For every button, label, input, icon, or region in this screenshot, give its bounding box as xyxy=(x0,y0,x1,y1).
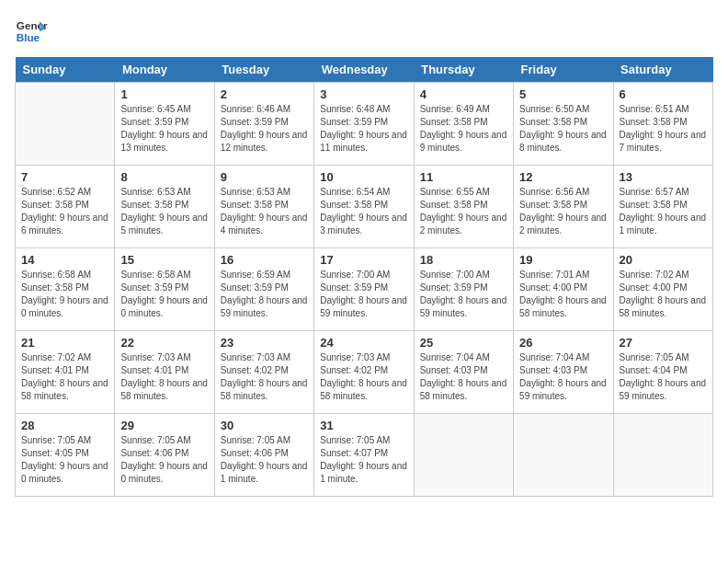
day-info: Sunrise: 7:05 AMSunset: 4:07 PMDaylight:… xyxy=(320,434,407,486)
header-friday: Friday xyxy=(514,57,613,83)
day-info: Sunrise: 7:05 AMSunset: 4:05 PMDaylight:… xyxy=(21,434,108,486)
day-info: Sunrise: 6:45 AMSunset: 3:59 PMDaylight:… xyxy=(120,103,208,155)
calendar-cell xyxy=(414,414,513,497)
calendar-cell: 1Sunrise: 6:45 AMSunset: 3:59 PMDaylight… xyxy=(115,83,214,166)
day-number: 30 xyxy=(221,419,308,432)
day-info: Sunrise: 6:51 AMSunset: 3:58 PMDaylight:… xyxy=(620,103,707,155)
day-info: Sunrise: 6:48 AMSunset: 3:59 PMDaylight:… xyxy=(320,103,407,155)
day-info: Sunrise: 6:55 AMSunset: 3:58 PMDaylight:… xyxy=(420,186,507,237)
day-number: 23 xyxy=(221,336,308,350)
day-info: Sunrise: 6:46 AMSunset: 3:59 PMDaylight:… xyxy=(221,103,308,155)
day-info: Sunrise: 6:54 AMSunset: 3:58 PMDaylight:… xyxy=(320,186,407,237)
calendar-cell: 19Sunrise: 7:01 AMSunset: 4:00 PMDayligh… xyxy=(514,248,613,331)
day-number: 21 xyxy=(21,336,108,350)
day-number: 14 xyxy=(21,253,108,267)
day-number: 1 xyxy=(120,87,208,101)
day-info: Sunrise: 7:02 AMSunset: 4:01 PMDaylight:… xyxy=(21,351,108,403)
week-row: 21Sunrise: 7:02 AMSunset: 4:01 PMDayligh… xyxy=(16,331,713,414)
day-info: Sunrise: 6:57 AMSunset: 3:58 PMDaylight:… xyxy=(620,186,707,237)
day-number: 4 xyxy=(420,87,507,101)
day-number: 8 xyxy=(120,170,208,184)
day-number: 13 xyxy=(620,170,707,184)
svg-text:Blue: Blue xyxy=(17,31,40,43)
calendar-cell: 16Sunrise: 6:59 AMSunset: 3:59 PMDayligh… xyxy=(214,248,313,331)
day-number: 19 xyxy=(519,253,607,267)
day-number: 2 xyxy=(221,87,308,101)
header-monday: Monday xyxy=(115,57,214,83)
calendar-cell: 29Sunrise: 7:05 AMSunset: 4:06 PMDayligh… xyxy=(115,414,214,497)
calendar-cell: 20Sunrise: 7:02 AMSunset: 4:00 PMDayligh… xyxy=(613,248,712,331)
day-info: Sunrise: 7:00 AMSunset: 3:59 PMDaylight:… xyxy=(320,269,407,320)
calendar-table: SundayMondayTuesdayWednesdayThursdayFrid… xyxy=(15,57,713,497)
day-number: 17 xyxy=(320,253,407,267)
week-row: 1Sunrise: 6:45 AMSunset: 3:59 PMDaylight… xyxy=(16,83,713,166)
day-number: 7 xyxy=(21,170,108,184)
day-number: 6 xyxy=(620,87,707,101)
day-info: Sunrise: 7:05 AMSunset: 4:06 PMDaylight:… xyxy=(221,434,308,486)
day-info: Sunrise: 6:49 AMSunset: 3:58 PMDaylight:… xyxy=(420,103,507,155)
calendar-cell: 21Sunrise: 7:02 AMSunset: 4:01 PMDayligh… xyxy=(16,331,115,414)
day-number: 31 xyxy=(320,419,407,432)
logo-icon: General Blue xyxy=(15,15,48,48)
day-number: 18 xyxy=(420,253,507,267)
day-info: Sunrise: 7:03 AMSunset: 4:01 PMDaylight:… xyxy=(120,351,208,403)
day-info: Sunrise: 6:59 AMSunset: 3:59 PMDaylight:… xyxy=(221,269,308,320)
calendar-cell: 9Sunrise: 6:53 AMSunset: 3:58 PMDaylight… xyxy=(214,166,313,248)
day-number: 10 xyxy=(320,170,407,184)
calendar-cell: 11Sunrise: 6:55 AMSunset: 3:58 PMDayligh… xyxy=(414,166,513,248)
day-info: Sunrise: 7:03 AMSunset: 4:02 PMDaylight:… xyxy=(320,351,407,403)
day-info: Sunrise: 7:04 AMSunset: 4:03 PMDaylight:… xyxy=(420,351,507,403)
calendar-cell: 14Sunrise: 6:58 AMSunset: 3:58 PMDayligh… xyxy=(16,248,115,331)
calendar-cell: 7Sunrise: 6:52 AMSunset: 3:58 PMDaylight… xyxy=(16,166,115,248)
header-row: SundayMondayTuesdayWednesdayThursdayFrid… xyxy=(16,57,713,83)
calendar-cell: 5Sunrise: 6:50 AMSunset: 3:58 PMDaylight… xyxy=(514,83,613,166)
calendar-cell: 15Sunrise: 6:58 AMSunset: 3:59 PMDayligh… xyxy=(115,248,214,331)
calendar-cell: 24Sunrise: 7:03 AMSunset: 4:02 PMDayligh… xyxy=(314,331,414,414)
calendar-cell: 31Sunrise: 7:05 AMSunset: 4:07 PMDayligh… xyxy=(314,414,414,497)
header-saturday: Saturday xyxy=(613,57,712,83)
calendar-cell: 10Sunrise: 6:54 AMSunset: 3:58 PMDayligh… xyxy=(314,166,414,248)
day-number: 11 xyxy=(420,170,507,184)
day-info: Sunrise: 7:05 AMSunset: 4:04 PMDaylight:… xyxy=(620,351,707,403)
week-row: 28Sunrise: 7:05 AMSunset: 4:05 PMDayligh… xyxy=(16,414,713,497)
logo: General Blue xyxy=(15,15,48,48)
day-info: Sunrise: 7:00 AMSunset: 3:59 PMDaylight:… xyxy=(420,269,507,320)
week-row: 7Sunrise: 6:52 AMSunset: 3:58 PMDaylight… xyxy=(16,166,713,248)
day-info: Sunrise: 7:05 AMSunset: 4:06 PMDaylight:… xyxy=(120,434,208,486)
day-info: Sunrise: 6:50 AMSunset: 3:58 PMDaylight:… xyxy=(519,103,607,155)
day-number: 26 xyxy=(519,336,607,350)
day-info: Sunrise: 6:52 AMSunset: 3:58 PMDaylight:… xyxy=(21,186,108,237)
day-number: 16 xyxy=(221,253,308,267)
calendar-cell: 12Sunrise: 6:56 AMSunset: 3:58 PMDayligh… xyxy=(514,166,613,248)
calendar-cell: 22Sunrise: 7:03 AMSunset: 4:01 PMDayligh… xyxy=(115,331,214,414)
calendar-cell: 13Sunrise: 6:57 AMSunset: 3:58 PMDayligh… xyxy=(613,166,712,248)
calendar-cell xyxy=(514,414,613,497)
day-info: Sunrise: 7:04 AMSunset: 4:03 PMDaylight:… xyxy=(519,351,607,403)
calendar-cell: 2Sunrise: 6:46 AMSunset: 3:59 PMDaylight… xyxy=(214,83,313,166)
calendar-cell xyxy=(613,414,712,497)
day-number: 15 xyxy=(120,253,208,267)
day-number: 5 xyxy=(519,87,607,101)
day-number: 3 xyxy=(320,87,407,101)
day-number: 20 xyxy=(620,253,707,267)
calendar-cell: 6Sunrise: 6:51 AMSunset: 3:58 PMDaylight… xyxy=(613,83,712,166)
calendar-cell: 4Sunrise: 6:49 AMSunset: 3:58 PMDaylight… xyxy=(414,83,513,166)
day-info: Sunrise: 6:56 AMSunset: 3:58 PMDaylight:… xyxy=(519,186,607,237)
day-info: Sunrise: 6:58 AMSunset: 3:58 PMDaylight:… xyxy=(21,269,108,320)
day-number: 25 xyxy=(420,336,507,350)
week-row: 14Sunrise: 6:58 AMSunset: 3:58 PMDayligh… xyxy=(16,248,713,331)
calendar-cell: 27Sunrise: 7:05 AMSunset: 4:04 PMDayligh… xyxy=(613,331,712,414)
header-wednesday: Wednesday xyxy=(314,57,414,83)
header-sunday: Sunday xyxy=(16,57,115,83)
calendar-cell: 26Sunrise: 7:04 AMSunset: 4:03 PMDayligh… xyxy=(514,331,613,414)
day-info: Sunrise: 6:53 AMSunset: 3:58 PMDaylight:… xyxy=(120,186,208,237)
day-number: 9 xyxy=(221,170,308,184)
day-info: Sunrise: 6:53 AMSunset: 3:58 PMDaylight:… xyxy=(221,186,308,237)
day-number: 29 xyxy=(120,419,208,432)
day-number: 27 xyxy=(620,336,707,350)
calendar-cell: 17Sunrise: 7:00 AMSunset: 3:59 PMDayligh… xyxy=(314,248,414,331)
day-info: Sunrise: 7:01 AMSunset: 4:00 PMDaylight:… xyxy=(519,269,607,320)
calendar-cell: 30Sunrise: 7:05 AMSunset: 4:06 PMDayligh… xyxy=(214,414,313,497)
calendar-cell: 23Sunrise: 7:03 AMSunset: 4:02 PMDayligh… xyxy=(214,331,313,414)
header-thursday: Thursday xyxy=(414,57,513,83)
